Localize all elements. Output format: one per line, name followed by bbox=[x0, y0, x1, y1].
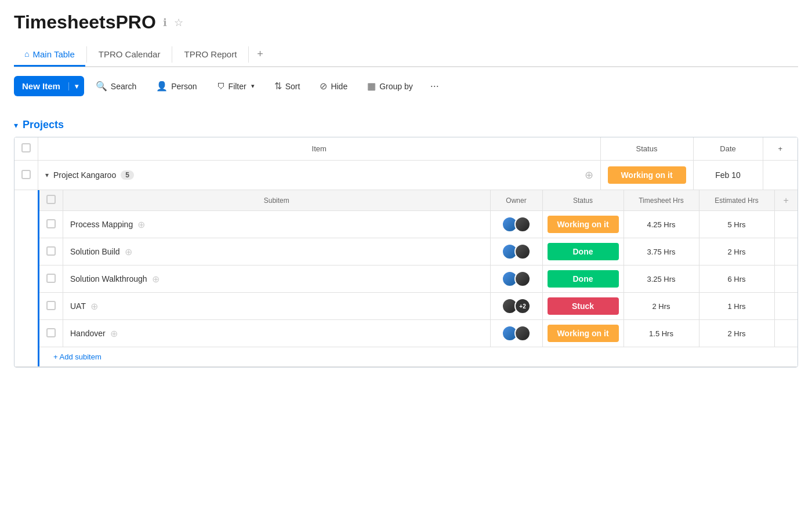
tab-tpro-report[interactable]: TPRO Report bbox=[173, 43, 247, 67]
add-column-button[interactable]: + bbox=[763, 137, 798, 161]
tab-main-table[interactable]: ⌂ Main Table bbox=[14, 43, 85, 67]
subitem-status-col-header: Status bbox=[542, 190, 624, 211]
subitem-status-cell[interactable]: Working on it bbox=[542, 211, 624, 238]
filter-label: Filter bbox=[229, 82, 246, 91]
subitem-checkbox-cell bbox=[39, 266, 63, 293]
subitem-status-cell[interactable]: Stuck bbox=[542, 293, 624, 320]
subitem-estimated-hrs-cell: 6 Hrs bbox=[699, 266, 774, 293]
home-icon: ⌂ bbox=[24, 49, 29, 59]
subitem-name-cell: Solution Build ⊕ bbox=[63, 238, 491, 266]
subitem-col-header: Subitem bbox=[63, 190, 491, 211]
project-date-cell: Feb 10 bbox=[693, 161, 763, 190]
subitem-checkbox[interactable] bbox=[46, 301, 56, 310]
subitem-checkbox[interactable] bbox=[46, 246, 56, 256]
avatar-2 bbox=[514, 243, 531, 260]
subitem-checkbox[interactable] bbox=[46, 274, 56, 283]
tabs-bar: ⌂ Main Table TPRO Calendar TPRO Report + bbox=[14, 42, 798, 67]
app-title: TimesheetsPRO bbox=[14, 12, 156, 33]
subitem-checkbox[interactable] bbox=[46, 219, 56, 228]
hide-button[interactable]: ⊘ Hide bbox=[311, 76, 356, 96]
subitem-timesheet-hrs-cell: 3.75 Hrs bbox=[624, 238, 699, 266]
project-add-subitem-icon[interactable]: ⊕ bbox=[585, 169, 593, 181]
avatar-2 bbox=[514, 271, 531, 287]
project-checkbox[interactable] bbox=[21, 170, 31, 179]
projects-section: ▾ Projects Item Status Date + bbox=[14, 119, 798, 368]
subitem-estimated-hrs-cell: 2 Hrs bbox=[699, 238, 774, 266]
projects-collapse-icon[interactable]: ▾ bbox=[14, 121, 18, 130]
subitems-row: Subitem Owner Status Timesheet Hrs Estim… bbox=[14, 190, 798, 367]
subitem-timesheet-hrs-cell: 4.25 Hrs bbox=[624, 211, 699, 238]
hide-icon: ⊘ bbox=[320, 81, 327, 92]
tab-main-table-label: Main Table bbox=[32, 49, 74, 59]
subitem-status-cell[interactable]: Working on it bbox=[542, 320, 624, 347]
subitem-add-icon[interactable]: ⊕ bbox=[110, 328, 118, 339]
tab-divider-2 bbox=[172, 46, 172, 63]
add-subitem-button[interactable]: + Add subitem bbox=[46, 348, 108, 366]
status-column-header: Status bbox=[600, 137, 693, 161]
subitem-addcol-cell bbox=[774, 266, 798, 293]
subitem-header-row: Subitem Owner Status Timesheet Hrs Estim… bbox=[39, 190, 798, 211]
subitem-row: UAT ⊕ +2 Stuck 2 Hrs 1 Hrs bbox=[39, 293, 798, 320]
group-by-button[interactable]: ▦ Group by bbox=[359, 76, 421, 96]
filter-chevron-icon[interactable]: ▾ bbox=[251, 82, 255, 90]
add-tab-button[interactable]: + bbox=[250, 42, 270, 66]
subitem-name-cell: Handover ⊕ bbox=[63, 320, 491, 347]
select-all-header[interactable] bbox=[14, 137, 38, 161]
subitem-add-col-header[interactable]: + bbox=[774, 190, 798, 211]
more-options-button[interactable]: ··· bbox=[425, 75, 445, 97]
subitem-estimated-hrs-cell: 2 Hrs bbox=[699, 320, 774, 347]
subitem-select-all-header[interactable] bbox=[39, 190, 63, 211]
project-badge: 5 bbox=[121, 170, 134, 180]
subitem-status-badge: Working on it bbox=[548, 325, 619, 342]
app-title-section: TimesheetsPRO ℹ ☆ bbox=[14, 12, 798, 33]
subitem-add-icon[interactable]: ⊕ bbox=[125, 246, 132, 257]
person-icon: 👤 bbox=[156, 81, 168, 92]
project-name: Project Kangaroo bbox=[53, 170, 116, 180]
new-item-button[interactable]: New Item ▾ bbox=[14, 76, 84, 96]
project-row: ▾ Project Kangaroo 5 ⊕ Working on it Feb… bbox=[14, 161, 798, 190]
add-subitem-row: + Add subitem bbox=[39, 347, 798, 367]
subitem-table: Subitem Owner Status Timesheet Hrs Estim… bbox=[39, 190, 798, 366]
tab-tpro-calendar[interactable]: TPRO Calendar bbox=[88, 43, 171, 67]
subitem-add-icon[interactable]: ⊕ bbox=[137, 219, 145, 230]
owner-col-header: Owner bbox=[490, 190, 542, 211]
item-column-header: Item bbox=[38, 137, 601, 161]
sort-button[interactable]: ⇅ Sort bbox=[266, 76, 309, 96]
project-status-cell[interactable]: Working on it bbox=[600, 161, 693, 190]
group-by-label: Group by bbox=[379, 82, 413, 91]
subitem-addcol-cell bbox=[774, 293, 798, 320]
subitem-owner-cell: +2 bbox=[490, 293, 542, 320]
subitem-row: Solution Walkthrough ⊕ Done 3.25 Hrs 6 H… bbox=[39, 266, 798, 293]
subitem-owner-cell bbox=[490, 211, 542, 238]
subitem-add-icon[interactable]: ⊕ bbox=[152, 274, 160, 285]
subitem-wrapper: Subitem Owner Status Timesheet Hrs Estim… bbox=[38, 190, 798, 366]
subitem-select-all-checkbox[interactable] bbox=[46, 195, 56, 204]
subitem-timesheet-hrs-cell: 1.5 Hrs bbox=[624, 320, 699, 347]
subitem-checkbox-cell bbox=[39, 211, 63, 238]
subitem-timesheet-hrs-cell: 3.25 Hrs bbox=[624, 266, 699, 293]
date-column-header: Date bbox=[693, 137, 763, 161]
avatar-2 bbox=[514, 216, 531, 232]
sort-icon: ⇅ bbox=[274, 81, 282, 92]
filter-button[interactable]: ⛉ Filter ▾ bbox=[209, 77, 263, 96]
search-button[interactable]: 🔍 Search bbox=[88, 76, 144, 96]
subitem-checkbox-cell bbox=[39, 320, 63, 347]
subitem-name: Solution Walkthrough bbox=[70, 274, 147, 283]
subitem-add-icon[interactable]: ⊕ bbox=[90, 301, 98, 312]
subitem-status-badge: Done bbox=[548, 243, 619, 260]
subitem-checkbox-cell bbox=[39, 293, 63, 320]
subitem-status-cell[interactable]: Done bbox=[542, 266, 624, 293]
subitem-name-cell: Solution Walkthrough ⊕ bbox=[63, 266, 491, 293]
new-item-chevron-icon[interactable]: ▾ bbox=[68, 82, 84, 90]
person-button[interactable]: 👤 Person bbox=[148, 76, 205, 96]
select-all-checkbox[interactable] bbox=[21, 143, 31, 152]
new-item-label: New Item bbox=[14, 81, 68, 91]
group-by-icon: ▦ bbox=[367, 81, 376, 92]
subitem-addcol-cell bbox=[774, 211, 798, 238]
project-expand-icon[interactable]: ▾ bbox=[45, 171, 49, 179]
star-icon[interactable]: ☆ bbox=[174, 16, 183, 29]
subitem-checkbox[interactable] bbox=[46, 328, 56, 337]
info-icon[interactable]: ℹ bbox=[163, 16, 167, 29]
subitem-status-cell[interactable]: Done bbox=[542, 238, 624, 266]
projects-title[interactable]: Projects bbox=[23, 119, 64, 131]
